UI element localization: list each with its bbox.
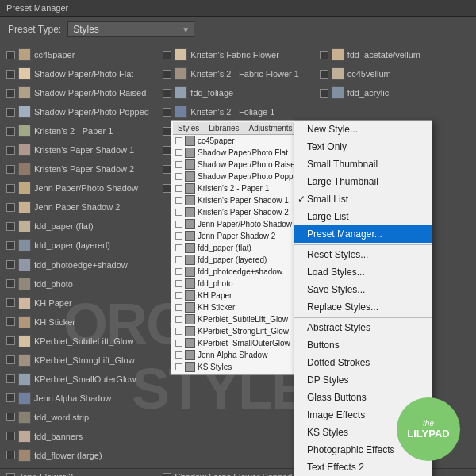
menu-item-reset-styles-[interactable]: Reset Styles... — [294, 244, 432, 263]
panel-swatch — [185, 278, 195, 289]
panel-checkbox[interactable] — [175, 340, 182, 347]
menu-item-abstract-styles[interactable]: Abstract Styles — [294, 317, 432, 336]
style-checkbox[interactable] — [6, 241, 15, 250]
style-checkbox[interactable] — [6, 260, 15, 269]
panel-checkbox[interactable] — [175, 173, 182, 180]
style-checkbox[interactable] — [6, 279, 15, 288]
bottom-checkbox-2[interactable] — [163, 473, 171, 477]
panel-checkbox[interactable] — [175, 149, 182, 156]
style-checkbox[interactable] — [163, 89, 171, 98]
style-item: fdd_photoedge+shadow — [3, 255, 159, 274]
panel-checkbox[interactable] — [175, 161, 182, 168]
style-swatch — [18, 125, 31, 137]
style-item: fdd_word strip — [3, 408, 159, 427]
panel-checkbox[interactable] — [175, 268, 182, 275]
style-label: Kristen's 2 - Paper 1 — [34, 126, 113, 136]
style-checkbox[interactable] — [6, 146, 15, 155]
panel-swatch — [185, 255, 195, 265]
styles-panel-item: fdd_paper (layered) — [173, 254, 295, 266]
style-checkbox[interactable] — [320, 70, 328, 79]
panel-checkbox[interactable] — [175, 244, 182, 251]
styles-panel-item: Kristen's 2 - Paper 1 — [173, 182, 295, 194]
preset-type-select[interactable]: Styles Brushes Swatches Gradients Patter… — [67, 21, 194, 37]
panel-checkbox[interactable] — [175, 292, 182, 299]
style-checkbox[interactable] — [6, 203, 15, 212]
tab-libraries[interactable]: Libraries — [204, 122, 244, 134]
style-checkbox[interactable] — [6, 451, 15, 459]
panel-checkbox[interactable] — [175, 232, 182, 240]
style-checkbox[interactable] — [6, 89, 15, 98]
style-item: fdd_acrylic — [317, 83, 473, 102]
style-item: KPerbiet_StrongLift_Glow — [3, 351, 159, 370]
style-checkbox[interactable] — [320, 89, 328, 98]
style-label: Shadow Paper/Photo Popped — [34, 107, 149, 117]
style-checkbox[interactable] — [6, 393, 15, 402]
menu-item-dotted-strokes[interactable]: Dotted Strokes — [294, 354, 432, 371]
style-checkbox[interactable] — [320, 51, 328, 60]
panel-swatch — [185, 243, 195, 253]
panel-checkbox[interactable] — [175, 256, 182, 263]
tab-adjustments[interactable]: Adjustments — [244, 122, 298, 134]
style-swatch — [18, 316, 31, 328]
preset-type-label: Preset Type: — [8, 24, 61, 35]
panel-checkbox[interactable] — [175, 328, 182, 335]
panel-swatch — [185, 171, 195, 182]
menu-item-replace-styles-[interactable]: Replace Styles... — [294, 298, 432, 316]
style-label: fdd_paper (flat) — [34, 221, 94, 231]
panel-checkbox[interactable] — [175, 209, 182, 216]
tab-styles[interactable]: Styles — [173, 122, 204, 134]
menu-item-save-styles-[interactable]: Save Styles... — [294, 281, 432, 298]
menu-item-large-thumbnail[interactable]: Large Thumbnail — [294, 173, 432, 190]
style-item: Shadow Paper/Photo Flat — [3, 64, 159, 83]
style-item: Kristen's Fabric Flower — [159, 45, 316, 64]
menu-item-small-list[interactable]: Small List — [294, 190, 432, 208]
menu-item-dp-styles[interactable]: DP Styles — [294, 371, 432, 389]
style-checkbox[interactable] — [6, 70, 15, 79]
menu-item-small-thumbnail[interactable]: Small Thumbnail — [294, 155, 432, 173]
style-checkbox[interactable] — [6, 51, 15, 60]
bottom-checkbox-1[interactable] — [6, 473, 15, 477]
menu-item-text-only[interactable]: Text Only — [294, 138, 432, 155]
panel-checkbox[interactable] — [175, 351, 182, 359]
panel-swatch — [185, 290, 195, 301]
menu-item-load-styles-[interactable]: Load Styles... — [294, 263, 432, 281]
style-checkbox[interactable] — [6, 413, 15, 421]
menu-item-buttons[interactable]: Buttons — [294, 336, 432, 354]
style-checkbox[interactable] — [163, 70, 171, 79]
style-checkbox[interactable] — [6, 336, 15, 345]
panel-checkbox[interactable] — [175, 304, 182, 311]
style-checkbox[interactable] — [163, 51, 171, 60]
panel-checkbox[interactable] — [175, 280, 182, 287]
style-checkbox[interactable] — [6, 317, 15, 326]
style-label: fdd_foliage — [190, 88, 233, 98]
panel-checkbox[interactable] — [175, 137, 182, 144]
title-text: Preset Manager — [6, 3, 68, 13]
style-checkbox[interactable] — [6, 355, 15, 364]
panel-item-label: Jenn Paper/Photo Shadow — [198, 220, 292, 228]
panel-checkbox[interactable] — [175, 197, 182, 204]
menu-item-large-list[interactable]: Large List — [294, 208, 432, 225]
style-checkbox[interactable] — [6, 165, 15, 174]
style-checkbox[interactable] — [6, 374, 15, 383]
style-checkbox[interactable] — [6, 298, 15, 307]
panel-checkbox[interactable] — [175, 363, 182, 370]
menu-item-new-style-[interactable]: New Style... — [294, 121, 432, 138]
menu-item-text-effects-2[interactable]: Text Effects 2 — [294, 459, 432, 476]
styles-panel-item: fdd_photoedge+shadow — [173, 266, 295, 278]
panel-item-label: fdd_photo — [198, 279, 233, 288]
menu-item-preset-manager-[interactable]: Preset Manager... — [294, 225, 432, 243]
style-checkbox[interactable] — [163, 108, 171, 117]
preset-manager: Preset Type: Styles Brushes Swatches Gra… — [0, 17, 476, 476]
style-checkbox[interactable] — [6, 108, 15, 117]
style-checkbox[interactable] — [6, 222, 15, 231]
style-checkbox[interactable] — [6, 432, 15, 440]
style-item: cc45paper — [3, 45, 159, 64]
style-item: Jenn Paper/Photo Shadow — [3, 178, 159, 198]
style-item: fdd_photo — [3, 274, 159, 294]
style-checkbox[interactable] — [6, 127, 15, 136]
style-checkbox[interactable] — [6, 184, 15, 193]
style-label: Kristen's Paper Shadow 2 — [34, 164, 134, 174]
panel-checkbox[interactable] — [175, 221, 182, 228]
panel-checkbox[interactable] — [175, 316, 182, 323]
panel-checkbox[interactable] — [175, 185, 182, 192]
